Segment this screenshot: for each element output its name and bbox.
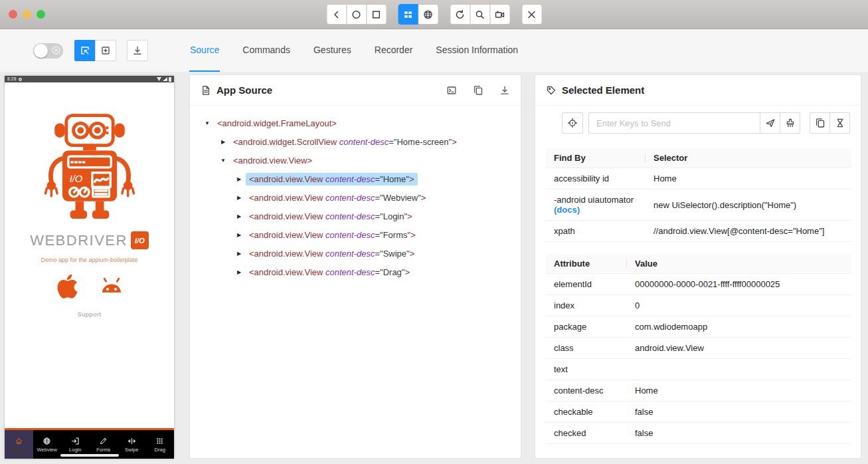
tree-node[interactable]: ▶<android.widget.ScrollView content-desc… xyxy=(194,132,517,151)
expand-caret[interactable]: ▶ xyxy=(232,269,246,275)
nav-login-icon xyxy=(71,437,80,445)
docs-link[interactable]: (docs) xyxy=(554,205,580,215)
minimize-window-button[interactable] xyxy=(23,10,31,19)
tree-node[interactable]: ▼<android.view.View> xyxy=(194,151,517,170)
titlebar-button-group xyxy=(398,4,438,25)
tree-node[interactable]: ▶<android.view.View content-desc="Forms"… xyxy=(194,225,517,244)
tap-element-button[interactable] xyxy=(562,112,583,134)
battery-icon xyxy=(169,77,171,82)
refresh-button[interactable] xyxy=(450,4,470,25)
swipe-by-coordinates-button[interactable] xyxy=(95,40,116,61)
nav-item-home[interactable]: Home xyxy=(5,430,33,459)
record-session-icon xyxy=(495,9,505,20)
collapse-caret[interactable]: ▼ xyxy=(217,158,230,164)
nav-home-icon xyxy=(15,437,23,445)
send-keys-button[interactable] xyxy=(760,112,780,134)
quit-session-button[interactable] xyxy=(521,4,542,25)
expand-caret[interactable]: ▶ xyxy=(232,251,246,257)
tree-node-label: <android.view.View content-desc="Home"> xyxy=(246,173,418,185)
attribute-row: checkablefalse xyxy=(546,402,851,423)
tab-source[interactable]: Source xyxy=(189,29,220,72)
tab-commands[interactable]: Commands xyxy=(242,29,291,72)
expand-caret[interactable]: ▶ xyxy=(232,195,246,201)
download-xml-button[interactable] xyxy=(499,85,510,96)
support-label: Support xyxy=(77,310,101,318)
gear-icon xyxy=(18,77,23,82)
nav-pencil-icon xyxy=(99,437,108,445)
select-element-button[interactable] xyxy=(74,40,96,61)
expand-caret[interactable]: ▶ xyxy=(232,176,246,182)
find-by-row: accessibility idHome xyxy=(546,168,851,189)
nav-item-drag[interactable]: Drag xyxy=(146,430,175,459)
attribute-value-cell: android.view.View xyxy=(627,338,851,359)
android-overview-icon xyxy=(371,9,382,20)
tab-recorder[interactable]: Recorder xyxy=(374,29,414,72)
web-mode-button[interactable] xyxy=(418,4,438,25)
selector-value-cell: //android.view.View[@content-desc="Home"… xyxy=(646,221,851,242)
find-by-header-cell: Selector xyxy=(646,148,851,168)
copy-icon xyxy=(815,118,825,128)
attribute-value-cell: Home xyxy=(627,380,851,402)
attribute-name-cell: text xyxy=(546,359,627,380)
expand-caret[interactable]: ▶ xyxy=(232,213,246,219)
nav-item-label: Forms xyxy=(96,447,110,453)
tree-node-label: <android.view.View content-desc="Swipe"> xyxy=(246,247,418,260)
attributes-table: AttributeValue elementId00000000-0000-00… xyxy=(546,254,851,444)
collapse-caret[interactable]: ▼ xyxy=(201,120,214,126)
selected-element-header: Selected Element xyxy=(535,75,861,106)
tree-node[interactable]: ▶<android.view.View content-desc="Login"… xyxy=(194,207,517,225)
tree-node-label: <android.widget.FrameLayout> xyxy=(214,117,340,130)
clear-keys-button[interactable] xyxy=(780,112,800,134)
expand-caret[interactable]: ▶ xyxy=(232,232,246,238)
copy-attributes-button[interactable] xyxy=(810,112,830,134)
wait-timeout-button[interactable] xyxy=(829,112,850,134)
app-source-header: App Source xyxy=(190,75,521,106)
tree-node[interactable]: ▶<android.view.View content-desc="Drag"> xyxy=(194,263,517,281)
toggle-attributes-button[interactable] xyxy=(446,85,457,96)
find-by-row: -android uiautomator(docs)new UiSelector… xyxy=(546,189,851,221)
expand-caret[interactable]: ▶ xyxy=(217,139,230,145)
nav-item-webview[interactable]: Webview xyxy=(33,430,62,459)
attribute-row: classandroid.view.View xyxy=(546,338,851,359)
close-window-button[interactable] xyxy=(9,10,17,19)
device-screenshot-panel[interactable]: 8:28 xyxy=(5,76,174,459)
wifi-icon xyxy=(157,77,161,81)
android-back-button[interactable] xyxy=(326,4,347,25)
tab-session-information[interactable]: Session Information xyxy=(435,29,519,72)
tree-node[interactable]: ▶<android.view.View content-desc="Home"> xyxy=(194,170,517,188)
download-screenshot-button[interactable] xyxy=(127,40,148,61)
search-elements-icon xyxy=(475,9,485,20)
attribute-name-cell: package xyxy=(546,316,627,338)
tab-gestures[interactable]: Gestures xyxy=(313,29,352,72)
tree-node[interactable]: ▶<android.view.View content-desc="Swipe"… xyxy=(194,244,517,263)
quit-session-icon xyxy=(527,9,537,20)
tag-icon xyxy=(546,85,557,96)
send-icon xyxy=(765,118,776,128)
zoom-window-button[interactable] xyxy=(37,10,45,19)
element-actions xyxy=(535,106,861,140)
find-by-strategy-cell: xpath xyxy=(546,221,646,242)
search-elements-button[interactable] xyxy=(470,4,490,25)
record-session-button[interactable] xyxy=(489,4,510,25)
selector-value-cell: new UiSelector().description("Home") xyxy=(646,189,851,221)
attribute-name-cell: index xyxy=(546,295,627,316)
webdriverio-robot-logo: I/O xyxy=(33,105,147,222)
find-by-row: xpath//android.view.View[@content-desc="… xyxy=(546,221,851,242)
tree-node[interactable]: ▼<android.widget.FrameLayout> xyxy=(194,114,517,132)
nav-swipe-icon xyxy=(128,437,136,445)
screenshot-interaction-toggle[interactable] xyxy=(33,43,63,58)
webdriverio-wordmark: WEBDRIVER I/O xyxy=(30,231,149,249)
attribute-header-cell: Attribute xyxy=(546,254,627,274)
attributes-header-row: AttributeValue xyxy=(546,254,851,274)
nav-item-swipe[interactable]: Swipe xyxy=(118,430,146,459)
native-app-mode-button[interactable] xyxy=(398,4,418,25)
svg-text:I/O: I/O xyxy=(69,174,82,184)
android-overview-button[interactable] xyxy=(366,4,387,25)
copy-xml-button[interactable] xyxy=(473,85,483,96)
tree-node-label: <android.view.View content-desc="Forms"> xyxy=(246,229,419,241)
copy-xml-icon xyxy=(473,85,483,96)
tree-node[interactable]: ▶<android.view.View content-desc="Webvie… xyxy=(194,188,517,207)
tree-node-label: <android.view.View content-desc="Login"> xyxy=(246,210,416,223)
send-keys-input[interactable] xyxy=(588,112,760,134)
android-home-button[interactable] xyxy=(346,4,367,25)
